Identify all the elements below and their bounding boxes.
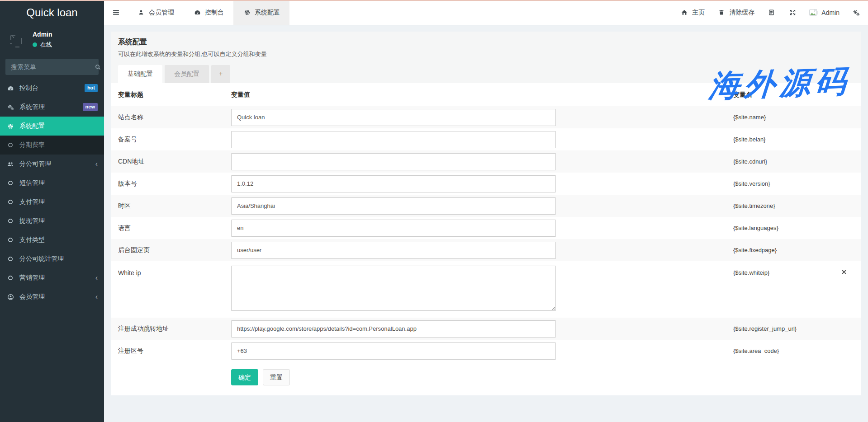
user-panel: Admin 在线 bbox=[0, 25, 104, 55]
sidebar-item[interactable]: 分期费率 bbox=[0, 136, 104, 155]
panel-heading: 系统配置 可以在此增改系统的变量和分组,也可以自定义分组和变量 基础配置会员配置… bbox=[111, 32, 861, 83]
field-input[interactable] bbox=[231, 342, 556, 360]
circle-icon bbox=[6, 274, 14, 281]
chevron-left-icon: ‹ bbox=[95, 160, 98, 168]
config-row: CDN地址{$site.cdnurl} bbox=[111, 150, 861, 173]
config-row: 语言{$site.languages} bbox=[111, 217, 861, 239]
config-panel: 系统配置 可以在此增改系统的变量和分组,也可以自定义分组和变量 基础配置会员配置… bbox=[111, 32, 861, 395]
config-row: 时区{$site.timezone} bbox=[111, 195, 861, 217]
gear-icon bbox=[243, 9, 251, 16]
field-input[interactable] bbox=[231, 175, 556, 192]
nav-tab-label: 控制台 bbox=[205, 9, 224, 17]
sidebar-item-label: 提现管理 bbox=[19, 217, 45, 225]
online-label: 在线 bbox=[40, 41, 52, 49]
field-value-cell bbox=[231, 153, 733, 170]
variable-name: {$site.languages} bbox=[733, 225, 778, 231]
column-header-title: 变量标题 bbox=[118, 91, 231, 99]
variable-name: {$site.cdnurl} bbox=[733, 158, 767, 165]
navbar-left: 会员管理控制台系统配置 bbox=[104, 0, 289, 25]
sidebar-item[interactable]: 分公司管理‹ bbox=[0, 155, 104, 173]
nav-tab[interactable]: 系统配置 bbox=[233, 0, 289, 25]
sidebar-item-label: 营销管理 bbox=[19, 274, 45, 282]
sidebar-item-label: 支付类型 bbox=[19, 236, 45, 244]
nav-tab[interactable]: 控制台 bbox=[184, 0, 233, 25]
field-value-cell bbox=[231, 197, 733, 215]
language-icon[interactable] bbox=[767, 9, 776, 16]
nav-tab[interactable]: 会员管理 bbox=[128, 0, 184, 25]
sidebar-item[interactable]: 控制台hot bbox=[0, 79, 104, 98]
badge-new: new bbox=[83, 103, 98, 111]
table-rows: 站点名称{$site.name}备案号{$site.beian}CDN地址{$s… bbox=[111, 106, 861, 362]
sidebar-item[interactable]: 支付类型 bbox=[0, 230, 104, 249]
variable-name: {$site.beian} bbox=[733, 136, 766, 143]
variable-name: {$site.register_jump_url} bbox=[733, 325, 797, 332]
field-input[interactable] bbox=[231, 320, 556, 338]
config-row: 站点名称{$site.name} bbox=[111, 106, 861, 128]
sidebar-item[interactable]: 系统配置 bbox=[0, 117, 104, 136]
nav-tab-label: 会员管理 bbox=[149, 9, 174, 17]
field-value-cell bbox=[231, 342, 733, 360]
field-input[interactable] bbox=[231, 153, 556, 170]
user-meta: Admin 在线 bbox=[33, 31, 52, 49]
sidebar-item-label: 分期费率 bbox=[19, 141, 45, 149]
users-icon bbox=[6, 160, 14, 168]
language-button[interactable] bbox=[767, 9, 776, 16]
sidebar-item[interactable]: 短信管理 bbox=[0, 173, 104, 192]
circle-icon bbox=[6, 141, 14, 149]
submit-button[interactable]: 确定 bbox=[231, 369, 258, 385]
settings-button[interactable] bbox=[852, 9, 861, 16]
sidebar-item[interactable]: 会员管理‹ bbox=[0, 287, 104, 306]
delete-field-icon[interactable] bbox=[841, 269, 847, 275]
variable-name: {$site.name} bbox=[733, 114, 766, 121]
sidebar-item[interactable]: 营销管理‹ bbox=[0, 268, 104, 287]
app-title: Quick loan bbox=[0, 0, 104, 25]
field-input[interactable] bbox=[231, 220, 556, 237]
gear-icon bbox=[6, 122, 14, 130]
sidebar-item[interactable]: 分公司统计管理 bbox=[0, 249, 104, 268]
menu-search-input[interactable] bbox=[10, 63, 94, 71]
column-header-varname: 变量名 bbox=[733, 91, 752, 99]
field-label: 站点名称 bbox=[118, 113, 231, 122]
config-row: 版本号{$site.version} bbox=[111, 173, 861, 195]
field-input[interactable] bbox=[231, 266, 556, 311]
sidebar-item[interactable]: 提现管理 bbox=[0, 211, 104, 230]
gears-icon[interactable] bbox=[852, 9, 861, 16]
search-icon[interactable] bbox=[94, 63, 102, 70]
navbar-user-name: Admin bbox=[821, 9, 840, 16]
fullscreen-icon[interactable] bbox=[788, 9, 797, 16]
config-group-tabs: 基础配置会员配置+ bbox=[118, 65, 854, 83]
reset-button[interactable]: 重置 bbox=[263, 369, 290, 385]
variable-name: {$site.fixedpage} bbox=[733, 247, 777, 253]
field-label: 时区 bbox=[118, 202, 231, 210]
sidebar-item-label: 控制台 bbox=[19, 84, 38, 92]
sidebar-item-label: 会员管理 bbox=[19, 293, 45, 301]
add-tab-button[interactable]: + bbox=[211, 65, 230, 83]
fullscreen-button[interactable] bbox=[788, 9, 797, 16]
circle-icon bbox=[6, 217, 14, 225]
field-input[interactable] bbox=[231, 197, 556, 215]
page-title: 系统配置 bbox=[118, 38, 854, 47]
config-row: White ip{$site.whiteip} bbox=[111, 261, 861, 318]
field-input[interactable] bbox=[231, 242, 556, 259]
admin-menu[interactable]: Admin bbox=[809, 9, 840, 16]
panel-body: 变量标题变量值变量名 站点名称{$site.name}备案号{$site.bei… bbox=[111, 83, 861, 395]
field-input[interactable] bbox=[231, 109, 556, 126]
sidebar-item[interactable]: 支付管理 bbox=[0, 192, 104, 211]
field-value-cell bbox=[231, 131, 733, 148]
config-row: 备案号{$site.beian} bbox=[111, 128, 861, 150]
chevron-left-icon: ‹ bbox=[95, 293, 98, 300]
hamburger-menu-icon[interactable] bbox=[104, 0, 128, 25]
variable-name: {$site.area_code} bbox=[733, 347, 779, 354]
config-row: 注册区号{$site.area_code} bbox=[111, 340, 861, 362]
config-tab[interactable]: 基础配置 bbox=[118, 65, 162, 83]
config-tab[interactable]: 会员配置 bbox=[165, 65, 209, 83]
field-input[interactable] bbox=[231, 131, 556, 148]
sidebar-item[interactable]: 系统管理new bbox=[0, 98, 104, 117]
clear-cache-link[interactable]: 清除缓存 bbox=[717, 9, 754, 17]
user-circle-icon bbox=[6, 293, 14, 300]
navbar-tabs: 会员管理控制台系统配置 bbox=[128, 0, 289, 25]
circle-icon bbox=[6, 198, 14, 206]
cogs-icon bbox=[6, 103, 14, 111]
config-row: 注册成功跳转地址{$site.register_jump_url} bbox=[111, 318, 861, 340]
home-link[interactable]: 主页 bbox=[680, 9, 705, 17]
